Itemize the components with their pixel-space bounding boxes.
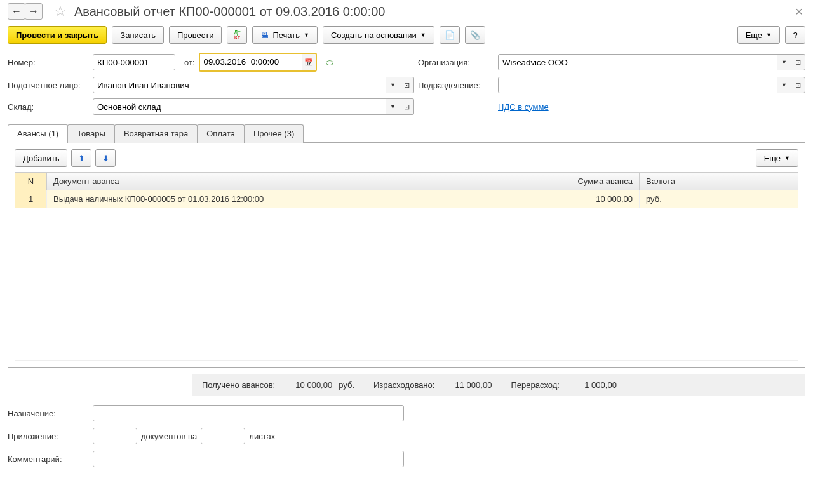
overspend-value: 1 000,00 xyxy=(566,380,617,390)
number-input[interactable] xyxy=(93,54,175,70)
vat-link[interactable]: НДС в сумме xyxy=(498,102,549,112)
comment-label: Комментарий: xyxy=(8,454,89,464)
nav-back-button[interactable]: ← xyxy=(8,3,25,20)
warehouse-dropdown-button[interactable]: ▼ xyxy=(386,98,400,115)
cell-doc: Выдача наличных КП00-000005 от 01.03.201… xyxy=(47,190,525,208)
empty-area[interactable] xyxy=(15,208,798,361)
chevron-down-icon: ▼ xyxy=(420,32,426,38)
chevron-down-icon: ▼ xyxy=(766,32,772,38)
move-up-button[interactable]: ⬆ xyxy=(71,149,91,167)
move-down-button[interactable]: ⬇ xyxy=(95,149,116,167)
open-icon: ⊡ xyxy=(404,81,410,90)
sheets-count-input[interactable] xyxy=(201,428,245,444)
more-button[interactable]: Еще ▼ xyxy=(737,26,780,44)
chevron-down-icon: ▼ xyxy=(784,155,790,161)
col-cur[interactable]: Валюта xyxy=(640,173,798,190)
chevron-down-icon: ▼ xyxy=(390,103,396,110)
purpose-label: Назначение: xyxy=(8,409,89,418)
sheets-text: листах xyxy=(249,432,275,441)
tab-other[interactable]: Прочее (3) xyxy=(244,124,304,143)
col-sum[interactable]: Сумма аванса xyxy=(525,173,640,190)
org-dropdown-button[interactable]: ▼ xyxy=(777,54,791,70)
org-label: Организация: xyxy=(418,58,494,67)
nav-forward-button[interactable]: → xyxy=(25,3,43,20)
print-button[interactable]: 🖶 Печать ▼ xyxy=(252,26,318,44)
received-label: Получено авансов: xyxy=(202,380,275,390)
chevron-down-icon: ▼ xyxy=(390,82,396,88)
overspend-label: Перерасход: xyxy=(511,380,560,390)
save-button[interactable]: Записать xyxy=(112,26,164,44)
chevron-down-icon: ▼ xyxy=(781,82,787,88)
purpose-input[interactable] xyxy=(93,405,404,421)
date-input[interactable] xyxy=(200,54,302,69)
col-doc[interactable]: Документ аванса xyxy=(47,173,525,190)
received-value: 10 000,00 xyxy=(281,380,332,390)
attach-button[interactable]: 📎 xyxy=(465,26,485,44)
paperclip-icon: 📎 xyxy=(470,30,480,40)
calendar-button[interactable]: 📅 xyxy=(302,54,316,70)
chevron-down-icon: ▼ xyxy=(781,59,787,65)
org-input[interactable] xyxy=(498,54,777,70)
post-button[interactable]: Провести xyxy=(169,26,222,44)
tab-packaging[interactable]: Возвратная тара xyxy=(114,124,198,143)
table-row[interactable]: 1 Выдача наличных КП00-000005 от 01.03.2… xyxy=(15,190,798,208)
dept-dropdown-button[interactable]: ▼ xyxy=(777,77,791,93)
warehouse-label: Склад: xyxy=(8,102,89,112)
cell-cur: руб. xyxy=(640,190,798,208)
posted-icon[interactable]: ⬭ xyxy=(326,57,333,68)
person-label: Подотчетное лицо: xyxy=(8,81,89,90)
person-dropdown-button[interactable]: ▼ xyxy=(386,77,400,93)
docs-count-input[interactable] xyxy=(93,428,137,444)
advances-table: N Документ аванса Сумма аванса Валюта 1 … xyxy=(15,172,798,361)
close-button[interactable]: × xyxy=(793,4,805,19)
chevron-down-icon: ▼ xyxy=(304,32,309,38)
document-icon-button[interactable]: 📄 xyxy=(440,26,460,44)
cell-n: 1 xyxy=(15,190,47,208)
person-open-button[interactable]: ⊡ xyxy=(400,77,414,93)
person-input[interactable] xyxy=(93,77,386,93)
from-label: от: xyxy=(184,58,195,67)
warehouse-open-button[interactable]: ⊡ xyxy=(400,98,414,115)
docs-text: документов на xyxy=(141,432,197,441)
dept-open-button[interactable]: ⊡ xyxy=(791,77,805,93)
org-open-button[interactable]: ⊡ xyxy=(791,54,805,70)
open-icon: ⊡ xyxy=(795,81,801,90)
number-label: Номер: xyxy=(8,58,89,67)
printer-icon: 🖶 xyxy=(260,30,269,40)
document-icon: 📄 xyxy=(445,30,455,40)
date-group: 📅 xyxy=(199,53,317,72)
create-based-button[interactable]: Создать на основании ▼ xyxy=(323,26,434,44)
tabs: Авансы (1) Товары Возвратная тара Оплата… xyxy=(8,124,805,143)
received-currency: руб. xyxy=(339,380,354,390)
post-and-close-button[interactable]: Провести и закрыть xyxy=(8,26,107,44)
favorite-star-icon[interactable]: ☆ xyxy=(54,3,67,20)
cell-sum: 10 000,00 xyxy=(525,190,640,208)
help-button[interactable]: ? xyxy=(785,26,805,44)
dept-input[interactable] xyxy=(498,77,777,93)
open-icon: ⊡ xyxy=(795,58,801,67)
summary-bar: Получено авансов: 10 000,00 руб. Израсхо… xyxy=(192,374,805,396)
comment-input[interactable] xyxy=(93,451,404,467)
arrow-up-icon: ⬆ xyxy=(78,154,85,163)
dtct-icon: ДтКт xyxy=(234,30,240,40)
add-row-button[interactable]: Добавить xyxy=(15,149,67,167)
dtct-button[interactable]: ДтКт xyxy=(227,26,247,44)
calendar-icon: 📅 xyxy=(304,58,313,67)
attachment-label: Приложение: xyxy=(8,432,89,441)
tab-advances[interactable]: Авансы (1) xyxy=(8,124,68,143)
tab-goods[interactable]: Товары xyxy=(67,124,115,143)
spent-label: Израсходовано: xyxy=(373,380,434,390)
open-icon: ⊡ xyxy=(404,103,410,111)
arrow-down-icon: ⬇ xyxy=(102,154,109,163)
warehouse-input[interactable] xyxy=(93,98,386,115)
dept-label: Подразделение: xyxy=(418,81,494,90)
tab-payment[interactable]: Оплата xyxy=(197,124,245,143)
page-title: Авансовый отчет КП00-000001 от 09.03.201… xyxy=(74,4,793,19)
table-more-button[interactable]: Еще ▼ xyxy=(756,149,798,167)
spent-value: 11 000,00 xyxy=(441,380,492,390)
col-n[interactable]: N xyxy=(15,173,47,190)
